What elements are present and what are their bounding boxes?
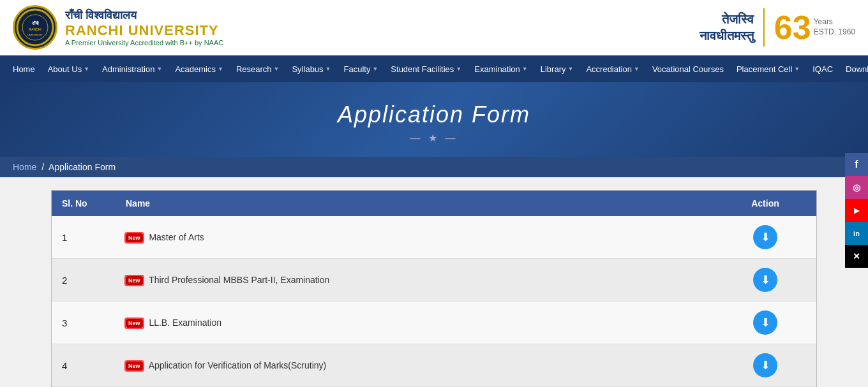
breadcrumb-current: Application Form (49, 162, 116, 172)
svg-text:UNIVERSITY: UNIVERSITY (27, 33, 43, 36)
breadcrumb-separator: / (39, 162, 49, 172)
header-divider (763, 8, 765, 47)
chevron-down-icon: ▼ (84, 66, 89, 72)
download-button[interactable]: ⬇ (753, 310, 777, 335)
table-row: 2 New Third Professional MBBS Part-II, E… (52, 259, 816, 302)
chevron-down-icon: ▼ (274, 66, 280, 72)
chevron-down-icon: ▼ (218, 66, 223, 72)
site-header: राँची RANCHI UNIVERSITY राँची विश्वविद्य… (0, 0, 868, 55)
breadcrumb-home[interactable]: Home (13, 162, 36, 172)
page-banner: Application Form — ★ — (0, 82, 868, 157)
download-button[interactable]: ⬇ (753, 353, 777, 377)
instagram-icon: ◎ (853, 182, 860, 193)
years-number: 63 (774, 11, 811, 44)
nav-iqac[interactable]: IQAC (806, 55, 839, 82)
nav-administration[interactable]: Administration ▼ (96, 55, 168, 82)
table-cell-name: New Application for Verification of Mark… (116, 344, 714, 387)
table-row: 1 New Master of Arts ⬇ (52, 216, 816, 259)
col-header-action: Action (714, 191, 816, 216)
application-form-table-wrapper: Sl. No Name Action 1 New Master of Arts … (51, 190, 817, 387)
linkedin-icon: in (853, 230, 860, 237)
table-cell-action: ⬇ (714, 302, 816, 344)
new-badge: New (126, 361, 143, 370)
nav-vocational-courses[interactable]: Vocational Courses (646, 55, 730, 82)
table-cell-name: New Master of Arts (116, 216, 714, 259)
nav-downloads[interactable]: Downloads ▼ (839, 55, 868, 82)
university-logo: राँची RANCHI UNIVERSITY (13, 5, 57, 50)
facebook-button[interactable]: f (845, 153, 868, 176)
chevron-down-icon: ▼ (156, 66, 162, 72)
table-cell-sl: 3 (52, 302, 116, 344)
nav-examination[interactable]: Examination ▼ (468, 55, 534, 82)
nav-about-us[interactable]: About Us ▼ (41, 55, 96, 82)
table-cell-sl: 1 (52, 216, 116, 259)
instagram-button[interactable]: ◎ (845, 176, 868, 199)
nav-faculty[interactable]: Faculty ▼ (338, 55, 385, 82)
new-badge: New (126, 276, 143, 285)
table-row: 4 New Application for Verification of Ma… (52, 344, 816, 387)
table-row: 3 New LL.B. Examination ⬇ (52, 302, 816, 344)
twitter-icon: ✕ (853, 251, 860, 261)
chevron-down-icon: ▼ (522, 66, 528, 72)
download-button[interactable]: ⬇ (753, 268, 777, 292)
col-header-sl-no: Sl. No (52, 191, 116, 216)
chevron-down-icon: ▼ (634, 66, 640, 72)
download-button[interactable]: ⬇ (753, 225, 777, 249)
logo-text-area: राँची विश्वविद्यालय RANCHI UNIVERSITY A … (65, 9, 223, 47)
university-name-hindi: राँची विश्वविद्यालय (65, 9, 223, 22)
new-badge: New (126, 319, 143, 328)
banner-title: Application Form (13, 101, 855, 128)
chevron-down-icon: ▼ (567, 66, 573, 72)
main-navbar: Home About Us ▼ Administration ▼ Academi… (0, 55, 868, 82)
svg-text:राँची: राँची (31, 20, 39, 26)
chevron-down-icon: ▼ (372, 66, 378, 72)
col-header-name: Name (116, 191, 714, 216)
chevron-down-icon: ▼ (794, 66, 800, 72)
nav-library[interactable]: Library ▼ (534, 55, 580, 82)
twitter-button[interactable]: ✕ (845, 245, 868, 268)
table-cell-sl: 4 (52, 344, 116, 387)
nav-home[interactable]: Home (6, 55, 41, 82)
youtube-icon: ▶ (854, 207, 859, 215)
youtube-button[interactable]: ▶ (845, 199, 868, 222)
main-content: Sl. No Name Action 1 New Master of Arts … (0, 177, 868, 387)
chevron-down-icon: ▼ (326, 66, 331, 72)
university-tagline: A Premier University Accredited with B++… (65, 39, 223, 47)
nav-placement-cell[interactable]: Placement Cell ▼ (730, 55, 806, 82)
banner-decoration: — ★ — (13, 132, 855, 144)
hindi-slogan: तेजस्वि नावधीतमस्तु (700, 11, 754, 44)
table-cell-action: ⬇ (714, 216, 816, 259)
breadcrumb: Home / Application Form (0, 157, 868, 177)
chevron-down-icon: ▼ (456, 66, 461, 72)
new-badge: New (126, 233, 143, 242)
svg-text:RANCHI: RANCHI (29, 27, 41, 31)
university-name-english: RANCHI UNIVERSITY (65, 22, 223, 39)
table-cell-action: ⬇ (714, 344, 816, 387)
slogan-line2: नावधीतमस्तु (700, 27, 754, 44)
table-cell-action: ⬇ (714, 259, 816, 302)
table-cell-sl: 2 (52, 259, 116, 302)
logo-area: राँची RANCHI UNIVERSITY राँची विश्वविद्य… (13, 5, 223, 50)
application-form-table: Sl. No Name Action 1 New Master of Arts … (52, 191, 816, 387)
social-sidebar: f ◎ ▶ in ✕ (845, 153, 868, 268)
header-right: तेजस्वि नावधीतमस्तु 63 Years ESTD. 1960 (700, 8, 855, 47)
table-cell-name: New Third Professional MBBS Part-II, Exa… (116, 259, 714, 302)
nav-syllabus[interactable]: Syllabus ▼ (285, 55, 337, 82)
years-badge: 63 Years ESTD. 1960 (774, 11, 855, 44)
slogan-line1: तेजस्वि (700, 11, 754, 27)
nav-student-facilities[interactable]: Student Facilities ▼ (384, 55, 468, 82)
years-text: Years ESTD. 1960 (814, 17, 855, 37)
table-cell-name: New LL.B. Examination (116, 302, 714, 344)
linkedin-button[interactable]: in (845, 222, 868, 245)
nav-research[interactable]: Research ▼ (230, 55, 286, 82)
nav-academics[interactable]: Academics ▼ (168, 55, 230, 82)
table-header-row: Sl. No Name Action (52, 191, 816, 216)
nav-accrediation[interactable]: Accrediation ▼ (580, 55, 645, 82)
